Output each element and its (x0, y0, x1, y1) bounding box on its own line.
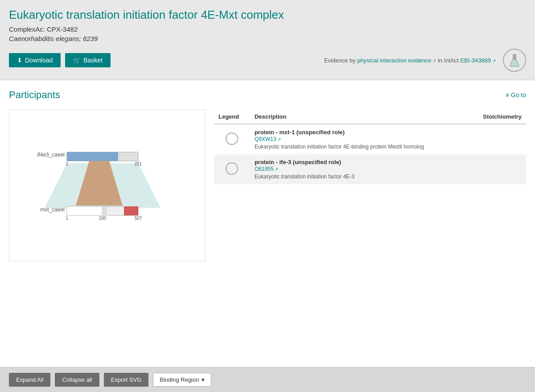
uniprot-link-2[interactable]: O61955 (255, 166, 278, 172)
flask-svg (508, 53, 521, 67)
basket-label: Basket (83, 57, 103, 64)
header-section: Eukaryotic translation initiation factor… (0, 0, 535, 80)
page-title: Eukaryotic translation initiation factor… (9, 8, 526, 22)
svg-text:if4e3_caeel: if4e3_caeel (37, 152, 65, 158)
participants-header: Participants ≡ Go to (9, 89, 526, 101)
svg-rect-10 (124, 206, 138, 215)
evidence-section: Evidence by physical interaction evidenc… (324, 49, 526, 72)
svg-rect-9 (102, 206, 107, 215)
intact-id-link[interactable]: EBI-343889 (461, 57, 496, 64)
table-area: Legend Description Stoichiometry protein… (214, 110, 526, 184)
legend-cell-2 (214, 154, 250, 184)
protein-name-1: protein - mxt-1 (unspecified role) (255, 129, 464, 136)
table-row: protein - ife-3 (unspecified role) O6195… (214, 154, 526, 184)
complex-ac-label: ComplexAc: (9, 25, 45, 33)
legend-cell-1 (214, 124, 250, 154)
svg-text:251: 251 (135, 161, 142, 166)
table-row: protein - mxt-1 (unspecified role) Q9XW1… (214, 124, 526, 154)
description-header: Description (250, 110, 468, 124)
svg-text:1: 1 (66, 216, 68, 221)
protein-desc-2: Eukaryotic translation initiation factor… (255, 173, 464, 180)
evidence-prefix: Evidence by (324, 57, 356, 64)
uniprot-row-1: Q9XW13 (255, 136, 464, 142)
main-content: Participants ≡ Go to if4e3_caeel 1 251 (0, 80, 535, 266)
uniprot-row-2: O61955 (255, 165, 464, 172)
uniprot-link-1[interactable]: Q9XW13 (255, 136, 281, 142)
stoichiometry-header: Stoichiometry (468, 110, 526, 124)
download-button[interactable]: ⬇ Download (9, 53, 61, 67)
svg-rect-8 (67, 206, 103, 215)
menu-icon: ≡ (506, 91, 509, 99)
protein-desc-1: Eukaryotic translation initiation factor… (255, 144, 464, 150)
participants-table: Legend Description Stoichiometry protein… (214, 110, 526, 184)
svg-text:200: 200 (99, 216, 107, 221)
download-icon: ⬇ (17, 57, 22, 64)
button-group: ⬇ Download 🛒 Basket (9, 53, 111, 67)
protein-name-2: protein - ife-3 (unspecified role) (255, 159, 464, 165)
participants-body: if4e3_caeel 1 251 mxt_caeel (9, 110, 526, 261)
evidence-text: Evidence by physical interaction evidenc… (324, 57, 496, 64)
physical-interaction-link[interactable]: physical interaction evidence (357, 57, 436, 64)
goto-link[interactable]: ≡ Go to (506, 91, 526, 99)
download-label: Download (25, 57, 53, 64)
legend-circle-1 (226, 132, 238, 145)
organism: Caenorhabditis elegans; 6239 (9, 35, 526, 42)
diagram-area: if4e3_caeel 1 251 mxt_caeel (9, 110, 205, 261)
stoich-cell-1 (468, 124, 526, 154)
svg-rect-3 (67, 152, 118, 161)
participants-title: Participants (9, 89, 60, 101)
svg-rect-0 (513, 54, 516, 59)
svg-text:1: 1 (66, 161, 68, 166)
goto-label: Go to (511, 91, 526, 99)
basket-icon: 🛒 (73, 57, 81, 64)
svg-text:507: 507 (135, 216, 142, 221)
legend-header: Legend (214, 110, 250, 124)
complex-ac: ComplexAc: CPX-3482 (9, 25, 526, 33)
flask-icon (503, 49, 526, 72)
header-buttons: ⬇ Download 🛒 Basket Evidence by physical… (9, 49, 526, 72)
header-row: Legend Description Stoichiometry (214, 110, 526, 124)
svg-text:mxt_caeel: mxt_caeel (40, 206, 65, 213)
legend-circle-2 (226, 162, 238, 175)
stoich-cell-2 (468, 154, 526, 184)
complex-ac-value: CPX-3482 (47, 25, 78, 33)
basket-button[interactable]: 🛒 Basket (65, 53, 111, 67)
table-header: Legend Description Stoichiometry (214, 110, 526, 124)
evidence-mid: in IntAct (438, 57, 459, 64)
description-cell-2: protein - ife-3 (unspecified role) O6195… (250, 154, 468, 184)
interaction-diagram: if4e3_caeel 1 251 mxt_caeel (13, 114, 201, 257)
table-body: protein - mxt-1 (unspecified role) Q9XW1… (214, 124, 526, 184)
description-cell-1: protein - mxt-1 (unspecified role) Q9XW1… (250, 124, 468, 154)
